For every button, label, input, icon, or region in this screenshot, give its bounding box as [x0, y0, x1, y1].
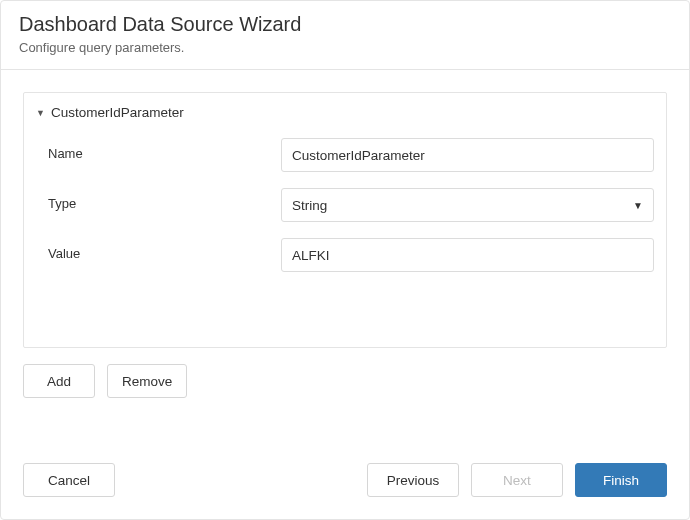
add-button[interactable]: Add — [23, 364, 95, 398]
type-select[interactable]: String ▼ — [281, 188, 654, 222]
row-name: Name — [24, 130, 666, 180]
next-button: Next — [471, 463, 563, 497]
name-input[interactable] — [281, 138, 654, 172]
wizard-body: ▼ CustomerIdParameter Name Type String ▼ — [1, 70, 689, 441]
previous-button[interactable]: Previous — [367, 463, 459, 497]
value-label: Value — [36, 238, 281, 261]
parameter-actions: Add Remove — [23, 348, 667, 398]
finish-button[interactable]: Finish — [575, 463, 667, 497]
wizard-dialog: Dashboard Data Source Wizard Configure q… — [0, 0, 690, 520]
parameter-panel: ▼ CustomerIdParameter Name Type String ▼ — [23, 92, 667, 348]
cancel-button[interactable]: Cancel — [23, 463, 115, 497]
type-label: Type — [36, 188, 281, 211]
chevron-down-icon: ▼ — [633, 200, 643, 211]
remove-button[interactable]: Remove — [107, 364, 187, 398]
wizard-footer: Cancel Previous Next Finish — [1, 441, 689, 519]
parameter-section-title: CustomerIdParameter — [51, 105, 184, 120]
parameter-section-header[interactable]: ▼ CustomerIdParameter — [24, 93, 666, 130]
value-input[interactable] — [281, 238, 654, 272]
row-type: Type String ▼ — [24, 180, 666, 230]
name-label: Name — [36, 138, 281, 161]
wizard-subtitle: Configure query parameters. — [19, 40, 671, 55]
row-value: Value — [24, 230, 666, 280]
wizard-title: Dashboard Data Source Wizard — [19, 13, 671, 36]
type-select-value: String — [292, 198, 327, 213]
collapse-triangle-icon: ▼ — [36, 109, 45, 118]
wizard-header: Dashboard Data Source Wizard Configure q… — [1, 1, 689, 70]
